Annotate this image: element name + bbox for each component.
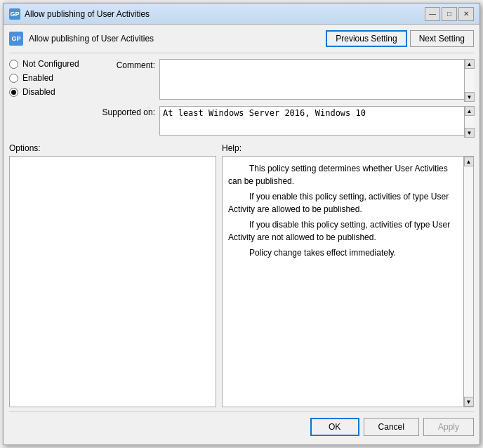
bottom-buttons: OK Cancel Apply — [9, 411, 474, 439]
help-text: This policy setting determines whether U… — [223, 157, 473, 268]
comment-scroll-down[interactable]: ▼ — [465, 92, 475, 102]
cancel-button[interactable]: Cancel — [364, 418, 419, 436]
supported-scroll-down[interactable]: ▼ — [465, 128, 475, 138]
help-header: Help: — [222, 143, 474, 153]
window-title: Allow publishing of User Activities — [25, 9, 425, 19]
options-help-row: Options: Help: This policy setting deter… — [9, 143, 474, 407]
help-box: This policy setting determines whether U… — [222, 156, 474, 407]
radio-not-configured-input[interactable] — [9, 60, 18, 69]
radio-not-configured[interactable]: Not Configured — [9, 59, 93, 69]
close-button[interactable]: ✕ — [458, 7, 474, 21]
previous-setting-button[interactable]: Previous Setting — [326, 30, 406, 47]
options-header: Options: — [9, 143, 216, 153]
supported-label: Supported on: — [99, 106, 155, 117]
supported-row: Supported on: ▲ ▼ — [99, 106, 474, 138]
radio-group: Not Configured Enabled Disabled — [9, 59, 93, 138]
help-line3: If you disable this policy setting, acti… — [228, 218, 459, 244]
supported-scroll-up[interactable]: ▲ — [465, 106, 475, 116]
radio-not-configured-label: Not Configured — [22, 59, 79, 69]
comment-supported-area: Comment: ▲ ▼ Supported on: — [99, 59, 474, 138]
supported-wrapper: ▲ ▼ — [159, 106, 474, 138]
supported-scrollbar[interactable]: ▲ ▼ — [464, 106, 474, 138]
next-setting-button[interactable]: Next Setting — [410, 30, 474, 47]
minimize-button[interactable]: — — [425, 7, 440, 21]
radio-enabled-input[interactable] — [9, 74, 18, 83]
comment-row: Comment: ▲ ▼ — [99, 59, 474, 102]
comment-label: Comment: — [99, 59, 155, 70]
comment-input[interactable] — [159, 59, 474, 100]
maximize-button[interactable]: □ — [442, 7, 457, 21]
radio-disabled[interactable]: Disabled — [9, 87, 93, 97]
apply-button[interactable]: Apply — [423, 418, 474, 436]
ok-button[interactable]: OK — [310, 418, 359, 436]
radio-enabled-label: Enabled — [22, 73, 53, 83]
radio-disabled-label: Disabled — [22, 87, 55, 97]
title-bar: GP Allow publishing of User Activities —… — [4, 4, 479, 25]
comment-scroll-track[interactable] — [465, 69, 474, 92]
options-box — [9, 156, 216, 407]
help-scrollbar[interactable]: ▲ ▼ — [463, 157, 473, 407]
radio-enabled[interactable]: Enabled — [9, 73, 93, 83]
options-panel: Options: — [9, 143, 216, 407]
help-scroll-down[interactable]: ▼ — [464, 397, 474, 407]
help-scroll-up[interactable]: ▲ — [464, 157, 474, 166]
policy-icon: GP — [9, 32, 23, 46]
policy-title: Allow publishing of User Activities — [29, 34, 326, 44]
help-scroll-track[interactable] — [464, 166, 473, 397]
main-window: GP Allow publishing of User Activities —… — [3, 3, 480, 445]
supported-input[interactable] — [159, 106, 474, 136]
settings-section: Not Configured Enabled Disabled Comment: — [9, 59, 474, 138]
radio-disabled-input[interactable] — [9, 88, 18, 97]
window-icon: GP — [9, 8, 20, 20]
comment-scrollbar[interactable]: ▲ ▼ — [464, 59, 474, 102]
window-controls: — □ ✕ — [425, 7, 474, 21]
help-line2: If you enable this policy setting, activ… — [228, 190, 459, 216]
nav-buttons: Previous Setting Next Setting — [326, 30, 474, 47]
comment-scroll-up[interactable]: ▲ — [465, 59, 475, 69]
help-line1: This policy setting determines whether U… — [228, 162, 459, 187]
comment-wrapper: ▲ ▼ — [159, 59, 474, 102]
content-area: GP Allow publishing of User Activities P… — [4, 25, 479, 444]
help-line4: Policy change takes effect immediately. — [228, 246, 459, 259]
supported-scroll-track[interactable] — [465, 116, 474, 128]
header-row: GP Allow publishing of User Activities P… — [9, 30, 474, 53]
help-panel: Help: This policy setting determines whe… — [222, 143, 474, 407]
